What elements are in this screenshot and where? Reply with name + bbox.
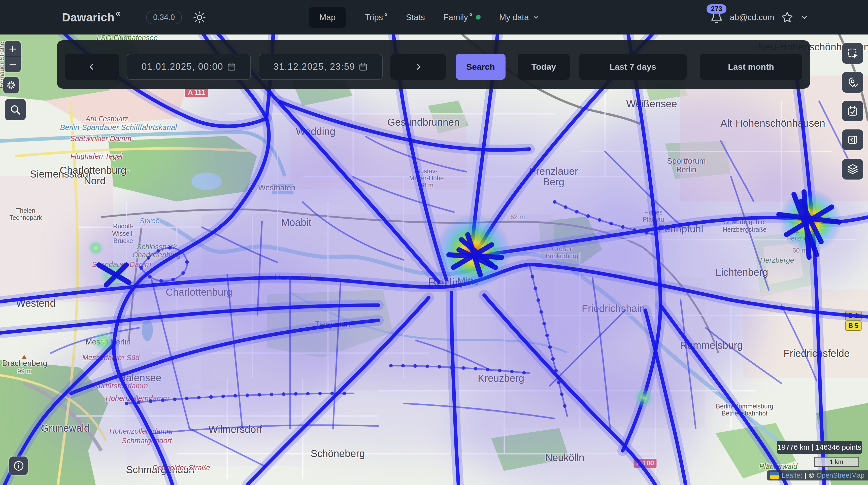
- openstreetmap-link[interactable]: OpenStreetMap: [816, 472, 865, 480]
- tab-stats[interactable]: Stats: [406, 12, 425, 22]
- map-label: 99 m: [18, 367, 32, 375]
- map-label: Schöneberg: [311, 448, 365, 459]
- prev-period-button[interactable]: [65, 54, 119, 80]
- info-button[interactable]: [9, 457, 28, 475]
- tab-family[interactable]: Familyα: [443, 12, 480, 22]
- panel-collapse-icon: [846, 133, 859, 146]
- map-scale-bar: 1 km: [814, 457, 859, 467]
- start-date-input[interactable]: 01.01.2025, 00:00: [127, 54, 251, 80]
- map-search-button[interactable]: [5, 99, 26, 120]
- zoom-control: + −: [4, 41, 21, 72]
- app-logo[interactable]: Dawarichα: [62, 0, 120, 34]
- user-menu-chevron-icon[interactable]: [800, 13, 809, 22]
- search-icon: [9, 103, 22, 116]
- user-email[interactable]: ab@cd.com: [730, 12, 774, 22]
- end-date-input[interactable]: 31.12.2025, 23:59: [259, 54, 383, 80]
- calendar-icon: [227, 62, 236, 71]
- notifications-button[interactable]: 273: [710, 10, 723, 25]
- map-settings-button[interactable]: [3, 77, 19, 93]
- map-label: Berlin-Spandauer Schifffahrtskanal: [60, 123, 177, 131]
- zoom-in-button[interactable]: +: [4, 41, 21, 56]
- date-range-toolbar: 01.01.2025, 00:00 31.12.2025, 23:59 Sear…: [57, 40, 810, 89]
- copyright-symbol: ©: [809, 472, 814, 480]
- alpha-sup: α: [116, 10, 120, 17]
- map-label: Thelen: [16, 207, 35, 214]
- main-nav: Map Tripsα Stats Familyα My data: [309, 0, 540, 34]
- visits-button[interactable]: [842, 72, 863, 93]
- collapse-panel-button[interactable]: [842, 129, 863, 150]
- map-label: Nord: [84, 175, 106, 186]
- calendar-icon: [359, 62, 368, 71]
- tab-map[interactable]: Map: [309, 7, 346, 28]
- info-icon: [13, 460, 25, 472]
- ukraine-flag-icon: [770, 472, 779, 479]
- gear-icon: [5, 79, 17, 91]
- chevron-left-icon: [88, 62, 96, 71]
- notifications-count-badge: 273: [707, 4, 726, 13]
- map-label: Saatwinkler Damm: [70, 134, 131, 142]
- menu-my-data[interactable]: My data: [499, 12, 540, 22]
- last-month-button[interactable]: Last month: [700, 54, 802, 80]
- layers-button[interactable]: [842, 159, 863, 180]
- app-title: Dawarich: [62, 10, 115, 24]
- last-7-days-button[interactable]: Last 7 days: [579, 54, 687, 80]
- distance-points-stats: 19776 km | 146346 points: [777, 441, 862, 454]
- map-label: Charlottenburg-: [60, 165, 130, 176]
- navbar-right: 273 ab@cd.com: [710, 0, 809, 34]
- theme-toggle-button[interactable]: [193, 11, 206, 24]
- top-navbar: Dawarichα 0.34.0 Map Tripsα Stats Family…: [0, 0, 868, 34]
- map-label: Technopark: [9, 214, 42, 221]
- chevron-down-icon: [532, 13, 540, 21]
- search-button[interactable]: Search: [456, 54, 505, 80]
- today-button[interactable]: Today: [518, 54, 570, 80]
- select-area-icon: [846, 47, 859, 60]
- map-label: B 5: [848, 322, 859, 329]
- map-label: Am Festplatz: [85, 115, 128, 123]
- sun-icon: [193, 11, 206, 24]
- zoom-out-button[interactable]: −: [4, 57, 21, 72]
- map-attribution: Leaflet | © OpenStreetMap: [767, 471, 868, 481]
- favorite-star-icon[interactable]: [781, 11, 794, 24]
- map-label: Flughafen Tegel: [70, 152, 123, 160]
- map-pin-check-icon: [846, 76, 859, 89]
- layers-icon: [846, 163, 859, 176]
- chevron-right-icon: [414, 62, 423, 71]
- map-label: Berlin-Rummelsburg: [716, 403, 773, 410]
- next-period-button[interactable]: [391, 54, 446, 80]
- calendar-check-icon: [846, 104, 859, 118]
- leaflet-link[interactable]: Leaflet: [782, 472, 802, 480]
- tab-trips[interactable]: Tripsα: [365, 12, 387, 22]
- version-badge: 0.34.0: [146, 10, 182, 24]
- attribution-separator: |: [805, 472, 806, 480]
- area-select-button[interactable]: [842, 43, 863, 64]
- map-label: Drachenberg: [2, 359, 47, 368]
- calendar-panel-button[interactable]: [842, 101, 863, 121]
- family-online-dot: [476, 15, 480, 20]
